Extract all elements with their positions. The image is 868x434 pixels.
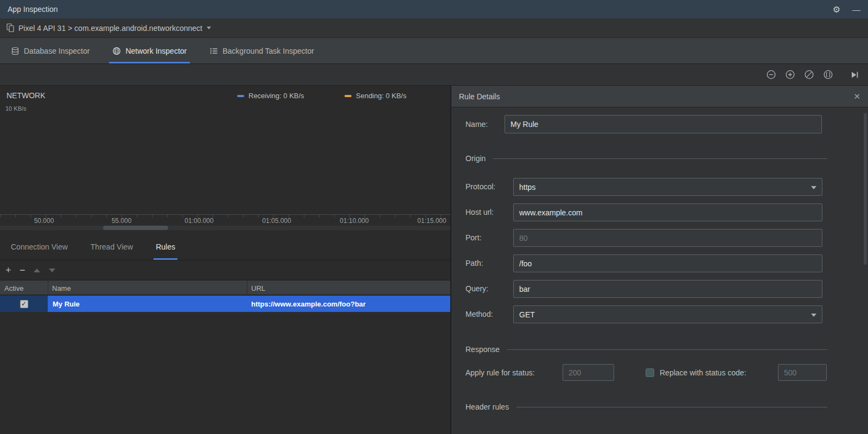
tab-label: Connection View (11, 242, 68, 251)
y-axis-max-label: 10 KB/s (5, 105, 27, 112)
rules-toolbar: + − (0, 260, 450, 280)
rule-details-panel: Rule Details ✕ Name: Origin Protocol: ht… (451, 86, 868, 434)
tab-label: Rules (156, 242, 175, 251)
legend-receiving: Receiving: 0 KB/s (237, 92, 304, 100)
tick-label: 01:10.000 (340, 217, 368, 225)
tab-connection-view[interactable]: Connection View (9, 233, 70, 260)
host-url-label: Host url: (465, 208, 494, 216)
tab-thread-view[interactable]: Thread View (88, 233, 135, 260)
replace-status-field[interactable] (778, 364, 827, 381)
protocol-dropdown[interactable]: https (513, 178, 822, 196)
column-header-url[interactable]: URL (247, 280, 450, 296)
section-title: Header rules (465, 403, 509, 411)
device-icon (7, 23, 15, 33)
protocol-value: https (519, 183, 535, 192)
view-tabs: Connection View Thread View Rules (0, 233, 450, 260)
panel-scrollbar-thumb[interactable] (864, 113, 867, 265)
name-field[interactable] (505, 115, 822, 133)
replace-status-checkbox[interactable] (646, 368, 654, 377)
legend-sending-label: Sending: 0 KB/s (356, 92, 406, 100)
rule-name-cell: My Rule (48, 296, 247, 312)
remove-rule-button[interactable]: − (20, 265, 34, 275)
rule-details-form: Name: Origin Protocol: https Host url: P… (451, 107, 868, 434)
column-header-active[interactable]: Active (0, 280, 48, 296)
move-rule-down-button[interactable] (49, 269, 55, 272)
table-row[interactable]: My Rule https://www.example.com/foo?bar (0, 296, 450, 312)
panel-title: Rule Details (459, 92, 500, 101)
tick-label: 01:15.000 (417, 217, 446, 225)
title-bar: App Inspection ⚙ — (0, 0, 868, 18)
port-field[interactable] (513, 229, 822, 247)
inspector-tabs: Database Inspector Network Inspector Bac… (0, 38, 868, 64)
timeline-scrollbar-thumb[interactable] (103, 226, 168, 230)
column-separator (48, 280, 48, 296)
tab-label: Database Inspector (24, 47, 90, 55)
chevron-down-icon[interactable] (207, 27, 211, 29)
timeline-toolbar (0, 64, 868, 86)
main-area: NETWORK 10 KB/s Receiving: 0 KB/s Sendin… (0, 86, 868, 434)
tick-label: 50.000 (34, 217, 54, 225)
minimize-icon[interactable]: — (852, 5, 860, 14)
chevron-down-icon (811, 186, 816, 189)
section-divider (516, 407, 827, 407)
timeline-scrollbar-track[interactable] (0, 226, 450, 230)
zoom-out-icon[interactable] (766, 69, 776, 80)
origin-section-header: Origin (465, 154, 827, 163)
add-rule-button[interactable]: + (5, 265, 20, 275)
response-section-header: Response (465, 345, 827, 354)
receiving-color-chip (237, 95, 244, 97)
reset-zoom-icon[interactable] (804, 69, 814, 80)
method-value: GET (519, 310, 535, 319)
zoom-in-icon[interactable] (785, 69, 795, 80)
tab-background-task-inspector[interactable]: Background Task Inspector (206, 38, 317, 63)
tab-label: Background Task Inspector (222, 47, 314, 55)
section-title: Response (465, 345, 500, 354)
time-axis-ticks (0, 215, 450, 218)
tick-label: 01:00.000 (184, 217, 213, 225)
tick-label: 01:05.000 (262, 217, 291, 225)
host-url-field[interactable] (513, 203, 822, 221)
database-icon (11, 47, 20, 55)
rule-details-header: Rule Details ✕ (451, 86, 868, 107)
window-title: App Inspection (8, 5, 58, 14)
move-rule-up-button[interactable] (34, 269, 40, 272)
tab-network-inspector[interactable]: Network Inspector (109, 38, 190, 63)
section-title: Origin (465, 154, 486, 163)
device-process-selector[interactable]: Pixel 4 API 31 > com.example.android.net… (18, 24, 202, 33)
jump-to-live-icon[interactable] (850, 70, 859, 80)
path-label: Path: (465, 259, 483, 267)
rules-table-header: Active Name URL (0, 280, 450, 295)
rule-url-cell: https://www.example.com/foo?bar (247, 296, 450, 312)
rule-active-cell (0, 296, 48, 312)
apply-status-field[interactable] (563, 364, 614, 381)
legend-sending: Sending: 0 KB/s (344, 92, 406, 100)
rule-active-checkbox[interactable] (20, 300, 28, 308)
zoom-to-selection-icon[interactable] (823, 69, 833, 80)
device-process-bar: Pixel 4 API 31 > com.example.android.net… (0, 18, 868, 38)
port-label: Port: (465, 233, 482, 242)
method-dropdown[interactable]: GET (513, 305, 822, 323)
network-timeline-chart[interactable]: NETWORK 10 KB/s Receiving: 0 KB/s Sendin… (0, 86, 450, 233)
legend-receiving-label: Receiving: 0 KB/s (248, 92, 304, 100)
column-header-name[interactable]: Name (48, 280, 247, 296)
tick-label: 55.000 (112, 217, 132, 225)
header-rules-section-header: Header rules (465, 403, 827, 411)
column-separator (247, 280, 247, 296)
chart-title: NETWORK (7, 91, 46, 100)
query-label: Query: (465, 284, 488, 293)
section-divider (493, 158, 827, 159)
sending-color-chip (344, 95, 352, 97)
query-field[interactable] (513, 280, 822, 298)
network-panel: NETWORK 10 KB/s Receiving: 0 KB/s Sendin… (0, 86, 450, 434)
apply-rule-status-label: Apply rule for status: (465, 368, 535, 377)
tab-database-inspector[interactable]: Database Inspector (8, 38, 93, 63)
protocol-label: Protocol: (465, 182, 495, 191)
close-icon[interactable]: ✕ (853, 92, 860, 101)
path-field[interactable] (513, 254, 822, 272)
chevron-down-icon (811, 314, 816, 317)
gear-icon[interactable]: ⚙ (833, 4, 840, 15)
tab-rules[interactable]: Rules (154, 233, 177, 260)
replace-status-label: Replace with status code: (660, 368, 746, 377)
method-label: Method: (465, 310, 493, 318)
tab-label: Network Inspector (125, 47, 187, 55)
